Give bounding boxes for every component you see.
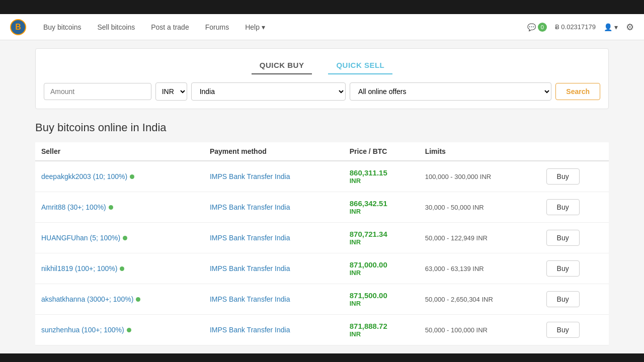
seller-link[interactable]: deepakgkk2003 (10; 100%) [41, 172, 134, 180]
seller-link[interactable]: HUANGFUhan (5; 100%) [41, 234, 127, 242]
table-row: akshatkhanna (3000+; 100%) IMPS Bank Tra… [35, 284, 609, 315]
online-indicator [120, 266, 124, 271]
buy-button[interactable]: Buy [546, 199, 580, 215]
seller-link[interactable]: nikhil1819 (100+; 100%) [41, 264, 124, 273]
limits-text: 63,000 - 63,139 INR [425, 265, 484, 273]
price-currency: INR [350, 177, 413, 185]
tab-quick-buy[interactable]: QUICK BUY [252, 57, 312, 74]
price-currency: INR [350, 269, 413, 277]
price-value: 870,721.34 [350, 230, 413, 238]
payment-method-link[interactable]: IMPS Bank Transfer India [210, 295, 290, 303]
nav-post-trade[interactable]: Post a trade [144, 19, 196, 35]
buy-button[interactable]: Buy [546, 322, 580, 338]
bottom-bar [0, 353, 644, 362]
online-indicator [127, 328, 131, 332]
offers-table: Seller Payment method Price / BTC Limits… [35, 142, 609, 345]
payment-method-link[interactable]: IMPS Bank Transfer India [210, 264, 290, 273]
seller-link[interactable]: akshatkhanna (3000+; 100%) [41, 295, 140, 303]
limits-text: 50,000 - 122,949 INR [425, 234, 488, 242]
search-card: QUICK BUY QUICK SELL INR India All onlin… [35, 48, 609, 109]
table-row: Amrit88 (30+; 100%) IMPS Bank Transfer I… [35, 192, 609, 223]
payment-method-link[interactable]: IMPS Bank Transfer India [210, 203, 290, 211]
nav-forums[interactable]: Forums [198, 19, 236, 35]
table-row: sunzhenhua (100+; 100%) IMPS Bank Transf… [35, 315, 609, 345]
price-currency: INR [350, 300, 413, 307]
top-bar [0, 0, 644, 14]
price-value: 871,888.72 [350, 322, 413, 330]
price-currency: INR [350, 208, 413, 215]
table-row: deepakgkk2003 (10; 100%) IMPS Bank Trans… [35, 161, 609, 192]
tabs: QUICK BUY QUICK SELL [44, 57, 600, 74]
search-form: INR India All online offers Search [44, 82, 600, 101]
online-indicator [136, 297, 140, 302]
price-currency: INR [350, 330, 413, 338]
col-seller: Seller [35, 142, 204, 161]
user-menu[interactable]: 👤 ▾ [604, 23, 618, 31]
online-indicator [123, 236, 127, 240]
nav-sell-bitcoins[interactable]: Sell bitcoins [90, 19, 142, 35]
price-value: 866,342.51 [350, 199, 413, 208]
logo[interactable]: B [10, 19, 26, 35]
price-value: 860,311.15 [350, 168, 413, 177]
nav-help[interactable]: Help ▾ [238, 19, 272, 35]
seller-link[interactable]: sunzhenhua (100+; 100%) [41, 326, 131, 334]
price-value: 871,000.00 [350, 260, 413, 269]
offers-select[interactable]: All online offers [350, 82, 551, 101]
navbar: B Buy bitcoins Sell bitcoins Post a trad… [0, 14, 644, 40]
user-icon: 👤 [604, 23, 612, 31]
buy-button[interactable]: Buy [546, 260, 580, 277]
col-payment: Payment method [204, 142, 344, 161]
payment-method-link[interactable]: IMPS Bank Transfer India [210, 172, 290, 180]
payment-method-link[interactable]: IMPS Bank Transfer India [210, 326, 290, 334]
btc-balance: Ƀ 0.02317179 [555, 23, 596, 31]
col-limits: Limits [419, 142, 540, 161]
buy-button[interactable]: Buy [546, 291, 580, 307]
limits-text: 30,000 - 50,000 INR [425, 204, 484, 211]
navbar-right: 💬 0 Ƀ 0.02317179 👤 ▾ ⚙ [527, 22, 634, 33]
buy-button[interactable]: Buy [546, 168, 580, 185]
col-action [540, 142, 609, 161]
table-row: HUANGFUhan (5; 100%) IMPS Bank Transfer … [35, 223, 609, 253]
currency-select[interactable]: INR [155, 82, 187, 101]
limits-text: 100,000 - 300,000 INR [425, 173, 492, 180]
buy-button[interactable]: Buy [546, 230, 580, 246]
chat-count: 0 [538, 23, 547, 32]
payment-method-link[interactable]: IMPS Bank Transfer India [210, 234, 290, 242]
chat-icon: 💬 [527, 23, 536, 31]
main-content: QUICK BUY QUICK SELL INR India All onlin… [25, 40, 619, 353]
search-button[interactable]: Search [555, 83, 600, 100]
limits-text: 50,000 - 100,000 INR [425, 326, 488, 334]
nav-buy-bitcoins[interactable]: Buy bitcoins [36, 19, 88, 35]
settings-icon[interactable]: ⚙ [626, 22, 634, 33]
limits-text: 50,000 - 2,650,304 INR [425, 296, 493, 303]
chat-badge[interactable]: 💬 0 [527, 23, 547, 32]
online-indicator [130, 174, 134, 179]
amount-input[interactable] [44, 83, 151, 100]
seller-link[interactable]: Amrit88 (30+; 100%) [41, 203, 113, 211]
col-price: Price / BTC [344, 142, 419, 161]
country-select[interactable]: India [191, 82, 346, 101]
online-indicator [109, 205, 113, 210]
navbar-links: Buy bitcoins Sell bitcoins Post a trade … [36, 19, 527, 35]
table-body: deepakgkk2003 (10; 100%) IMPS Bank Trans… [35, 161, 609, 345]
page-title: Buy bitcoins online in India [35, 121, 609, 134]
price-currency: INR [350, 238, 413, 246]
table-header: Seller Payment method Price / BTC Limits [35, 142, 609, 161]
table-row: nikhil1819 (100+; 100%) IMPS Bank Transf… [35, 253, 609, 284]
tab-quick-sell[interactable]: QUICK SELL [328, 57, 392, 74]
logo-icon: B [10, 19, 26, 35]
price-value: 871,500.00 [350, 291, 413, 300]
